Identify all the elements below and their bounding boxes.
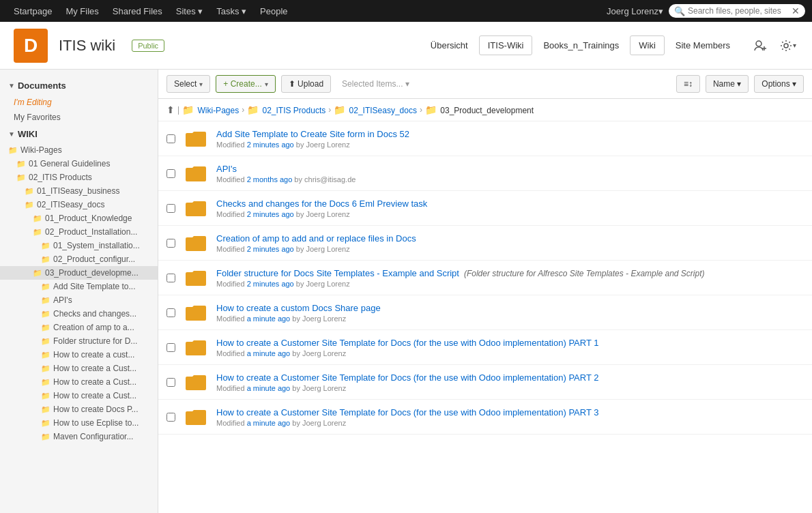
search-input[interactable] (688, 6, 792, 16)
file-meta-8: Modified a minute ago by Joerg Lorenz (216, 384, 804, 392)
breadcrumb-sep2: › (242, 105, 244, 115)
sidebar-item-product-development[interactable]: 📁 03_Product_developme... (0, 266, 158, 280)
file-name-2[interactable]: API's (216, 164, 804, 174)
file-checkbox-9[interactable] (166, 413, 175, 422)
nav-people[interactable]: People (253, 0, 294, 22)
file-meta-4: Modified 2 minutes ago by Joerg Lorenz (216, 245, 804, 253)
header-icons: ▾ (749, 35, 798, 57)
sidebar-item-product-installation[interactable]: 📁 02_Product_Installation... (0, 225, 158, 239)
breadcrumb-wiki-pages[interactable]: 📁 Wiki-Pages (182, 104, 239, 115)
tree-label: API's (53, 295, 72, 305)
top-navigation: Startpage My Files Shared Files Sites ▾ … (0, 0, 812, 22)
sidebar-item-apis[interactable]: 📁 API's (0, 293, 158, 307)
sidebar-item-system-installation[interactable]: 📁 01_System_installatio... (0, 239, 158, 252)
table-row: How to create a Customer Site Template f… (158, 330, 812, 365)
sort-button[interactable]: ≡↕ (676, 75, 700, 93)
sidebar-item-general-guidelines[interactable]: 📁 01 General Guidelines (0, 157, 158, 171)
file-checkbox-8[interactable] (166, 378, 175, 387)
sidebar-item-creation[interactable]: 📁 Creation of amp to a... (0, 321, 158, 334)
sidebar-item-how-cust2[interactable]: 📁 How to create a Cust... (0, 375, 158, 389)
file-meta-1: Modified 2 minutes ago by Joerg Lorenz (216, 141, 804, 149)
wiki-section: ▼ WIKI (0, 125, 158, 143)
folder-icon (184, 302, 208, 323)
file-checkbox-4[interactable] (166, 239, 175, 248)
name-sort-button[interactable]: Name ▾ (706, 75, 749, 93)
nav-my-files[interactable]: My Files (59, 0, 105, 22)
selected-items-label[interactable]: Selected Items... ▾ (336, 76, 415, 92)
main-layout: ▼ Documents I'm Editing My Favorites ▼ W… (0, 70, 812, 513)
my-favorites-link[interactable]: My Favorites (0, 110, 158, 125)
breadcrumb-itis-products[interactable]: 📁 02_ITIS Products (247, 104, 325, 115)
tree-label: 02_ITISeasy_docs (37, 200, 104, 209)
search-bar: 🔍 ✕ (669, 4, 805, 18)
site-nav-members[interactable]: Site Members (667, 36, 738, 55)
sidebar-item-how-custom[interactable]: 📁 How to create a cust... (0, 348, 158, 362)
sidebar-item-add-site-template[interactable]: 📁 Add Site Template to... (0, 280, 158, 293)
file-name-3[interactable]: Checks and changes for the Docs 6 Eml Pr… (216, 199, 804, 209)
file-name-8[interactable]: How to create a Customer Site Template f… (216, 372, 804, 383)
folder-icon (184, 198, 208, 218)
file-name-5[interactable]: Folder structure for Docs Site Templates… (216, 268, 804, 278)
nav-sites[interactable]: Sites ▾ (169, 0, 210, 22)
content-area: Select ▾ + Create... ▾ ⬆ Upload Selected… (158, 70, 812, 513)
search-icon: 🔍 (674, 6, 685, 16)
folder-icon (184, 267, 208, 288)
sidebar-item-how-eclipse[interactable]: 📁 How to use Ecplise to... (0, 416, 158, 430)
user-menu[interactable]: Joerg Lorenz▾ (607, 6, 663, 16)
table-row: Creation of amp to add and or replace fi… (158, 226, 812, 261)
file-checkbox-3[interactable] (166, 204, 175, 213)
file-name-9[interactable]: How to create a Customer Site Template f… (216, 407, 804, 417)
sidebar-item-how-cust1[interactable]: 📁 How to create a Cust... (0, 362, 158, 375)
sidebar-item-product-config[interactable]: 📁 02_Product_configur... (0, 252, 158, 266)
file-name-7[interactable]: How to create a Customer Site Template f… (216, 338, 804, 348)
file-meta-6: Modified a minute ago by Joerg Lorenz (216, 314, 804, 323)
folder-icon: 📁 (25, 201, 34, 209)
folder-icon: 📁 (41, 419, 50, 428)
folder-icon: 📁 (41, 351, 50, 360)
add-user-icon[interactable] (749, 35, 771, 57)
file-name-1[interactable]: Add Site Template to Create Site form in… (216, 129, 804, 139)
file-checkbox-5[interactable] (166, 274, 175, 282)
options-button[interactable]: Options ▾ (754, 75, 804, 93)
tree-label: How to create a Cust... (53, 364, 136, 373)
breadcrumb-up-icon[interactable]: ⬆ (166, 104, 175, 115)
sidebar-item-itis-products[interactable]: 📁 02_ITIS Products (0, 171, 158, 184)
site-nav-wiki[interactable]: Wiki (630, 35, 665, 55)
site-nav-itis-wiki[interactable]: ITIS-Wiki (479, 35, 533, 55)
site-navigation: Übersicht ITIS-Wiki Books_n_Trainings Wi… (422, 35, 738, 55)
sidebar-item-maven[interactable]: 📁 Maven Configuratior... (0, 430, 158, 443)
nav-shared-files[interactable]: Shared Files (106, 0, 169, 22)
file-checkbox-7[interactable] (166, 343, 175, 352)
folder-icon (184, 163, 208, 184)
file-name-6[interactable]: How to create a custom Docs Share page (216, 303, 804, 313)
sidebar-item-how-cust3[interactable]: 📁 How to create a Cust... (0, 389, 158, 402)
tree-label: 03_Product_developme... (45, 268, 139, 278)
im-editing-link[interactable]: I'm Editing (0, 95, 158, 110)
breadcrumb-itiseasy-docs[interactable]: 📁 02_ITISeasy_docs (334, 104, 417, 115)
sidebar-item-itiseasy-docs[interactable]: 📁 02_ITISeasy_docs (0, 198, 158, 211)
file-meta-5: Modified 2 minutes ago by Joerg Lorenz (216, 280, 804, 288)
sidebar-item-checks[interactable]: 📁 Checks and changes... (0, 307, 158, 321)
site-nav-books[interactable]: Books_n_Trainings (535, 36, 627, 55)
search-close-icon[interactable]: ✕ (792, 5, 800, 16)
nav-startpage[interactable]: Startpage (7, 0, 59, 22)
nav-tasks[interactable]: Tasks ▾ (209, 0, 253, 22)
sidebar-item-product-knowledge[interactable]: 📁 01_Product_Knowledge (0, 211, 158, 225)
sidebar-item-folder-structure[interactable]: 📁 Folder structure for D... (0, 334, 158, 348)
select-button[interactable]: Select ▾ (166, 75, 210, 93)
breadcrumb-current: 📁 03_Product_development (425, 104, 534, 115)
file-checkbox-6[interactable] (166, 308, 175, 317)
site-nav-ubersicht[interactable]: Übersicht (422, 36, 476, 55)
sidebar-item-wiki-pages[interactable]: 📁 Wiki-Pages (0, 143, 158, 157)
table-row: Add Site Template to Create Site form in… (158, 121, 812, 156)
create-button[interactable]: + Create... ▾ (216, 75, 275, 93)
upload-button[interactable]: ⬆ Upload (281, 75, 331, 93)
documents-label: Documents (18, 80, 66, 91)
file-checkbox-2[interactable] (166, 169, 175, 178)
file-info-3: Checks and changes for the Docs 6 Eml Pr… (216, 199, 804, 218)
sidebar-item-how-docs[interactable]: 📁 How to create Docs P... (0, 402, 158, 416)
file-name-4[interactable]: Creation of amp to add and or replace fi… (216, 233, 804, 244)
sidebar-item-itiseasy-business[interactable]: 📁 01_ITISeasy_business (0, 184, 158, 198)
settings-icon[interactable]: ▾ (777, 35, 798, 57)
file-checkbox-1[interactable] (166, 134, 175, 143)
